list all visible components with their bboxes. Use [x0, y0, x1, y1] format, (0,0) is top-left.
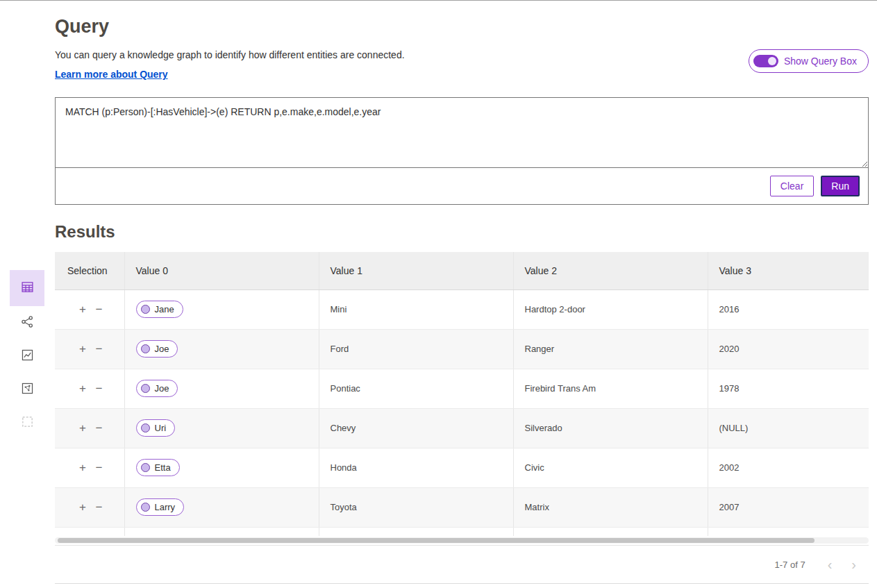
- value1-cell: [319, 527, 513, 536]
- entity-label: Larry: [155, 502, 176, 512]
- value1-cell: Ford: [319, 329, 513, 369]
- add-to-selection-button[interactable]: +: [76, 421, 90, 435]
- entity-label: Uri: [155, 423, 167, 433]
- value2-cell: Matrix: [513, 487, 708, 527]
- column-header-value0: Value 0: [124, 252, 319, 289]
- value3-cell: 2020: [708, 329, 869, 369]
- chart-icon: [21, 348, 34, 364]
- table-header: Selection Value 0 Value 1 Value 2 Value …: [55, 252, 869, 289]
- results-table: Selection Value 0 Value 1 Value 2 Value …: [55, 252, 869, 536]
- chevron-left-icon: ‹: [828, 557, 833, 572]
- table-row: + − Jane Mini Hardtop 2-door 2016: [55, 289, 869, 329]
- entity-pill[interactable]: Larry: [136, 498, 185, 516]
- previous-page-button[interactable]: ‹: [825, 557, 835, 571]
- link-chart-view-button[interactable]: [10, 306, 44, 339]
- show-query-box-toggle[interactable]: Show Query Box: [749, 49, 869, 73]
- entity-node-icon: [141, 344, 150, 353]
- learn-more-link[interactable]: Learn more about Query: [55, 69, 168, 80]
- entity-node-icon: [141, 305, 150, 314]
- intro-text: You can query a knowledge graph to ident…: [55, 48, 405, 81]
- selection-tools-button[interactable]: [10, 406, 44, 439]
- value2-cell: Hardtop 2-door: [513, 289, 708, 329]
- entity-pill[interactable]: Joe: [136, 340, 178, 358]
- remove-from-selection-button[interactable]: −: [92, 381, 106, 396]
- value0-cell: Joe: [124, 329, 319, 369]
- value0-cell: Etta: [124, 448, 319, 487]
- chevron-right-icon: ›: [851, 557, 856, 572]
- selection-cell: + −: [55, 527, 124, 536]
- value3-cell: 1978: [708, 369, 869, 408]
- column-header-value2: Value 2: [513, 252, 708, 289]
- entity-label: Joe: [155, 344, 169, 354]
- value0-cell: Jane: [124, 289, 319, 329]
- selection-rect-icon: [21, 415, 34, 430]
- entity-node-icon: [141, 503, 150, 512]
- value0-cell: Uri: [124, 408, 319, 448]
- toggle-switch-icon: [753, 55, 778, 67]
- run-button[interactable]: Run: [821, 176, 860, 196]
- table-row: + − Uri Chevy Silverado (NULL): [55, 408, 869, 448]
- value2-cell: Civic: [513, 448, 708, 487]
- value2-cell: [513, 527, 708, 536]
- view-toolbar: [10, 270, 44, 439]
- add-to-selection-button[interactable]: +: [76, 302, 90, 317]
- value1-cell: Pontiac: [319, 369, 513, 408]
- page-description: You can query a knowledge graph to ident…: [55, 48, 405, 62]
- entity-label: Jane: [155, 304, 174, 314]
- entity-pill[interactable]: Uri: [136, 419, 176, 437]
- entity-pill[interactable]: Jane: [136, 301, 183, 318]
- results-title: Results: [55, 221, 869, 242]
- page-title: Query: [55, 15, 869, 38]
- add-to-selection-button[interactable]: +: [76, 342, 90, 356]
- horizontal-scrollbar[interactable]: [55, 537, 869, 544]
- pager: ‹ ›: [825, 557, 859, 571]
- table-row: + − Larry Toyota Matrix 2007: [55, 487, 869, 527]
- entity-pill[interactable]: Etta: [136, 459, 180, 476]
- remove-from-selection-button[interactable]: −: [92, 500, 106, 514]
- clear-button[interactable]: Clear: [770, 176, 814, 196]
- next-page-button[interactable]: ›: [849, 557, 859, 571]
- results-panel: Selection Value 0 Value 1 Value 2 Value …: [55, 252, 869, 584]
- results-table-viewport: Selection Value 0 Value 1 Value 2 Value …: [55, 252, 869, 536]
- value3-cell: 2016: [708, 289, 869, 329]
- value0-cell: [124, 527, 319, 536]
- remove-from-selection-button[interactable]: −: [92, 460, 106, 475]
- entity-node-icon: [141, 423, 150, 432]
- remove-from-selection-button[interactable]: −: [92, 421, 106, 435]
- horizontal-scrollbar-thumb[interactable]: [58, 538, 815, 543]
- column-header-value1: Value 1: [319, 252, 513, 289]
- value0-cell: Larry: [124, 487, 319, 527]
- remove-from-selection-button[interactable]: −: [92, 342, 106, 356]
- add-to-selection-button[interactable]: +: [76, 460, 90, 475]
- column-header-value3: Value 3: [708, 252, 869, 289]
- results-tbody: + − Jane Mini Hardtop 2-door 2016 + − Jo…: [55, 289, 869, 536]
- selection-cell: + −: [55, 329, 124, 369]
- chart-view-button[interactable]: [10, 339, 44, 373]
- add-to-selection-button[interactable]: +: [76, 500, 90, 514]
- add-to-selection-button[interactable]: +: [76, 381, 90, 396]
- pagination-label: 1-7 of 7: [775, 560, 805, 570]
- table-view-button[interactable]: [10, 270, 44, 306]
- value1-cell: Chevy: [319, 408, 513, 448]
- map-view-button[interactable]: [10, 373, 44, 406]
- entity-label: Joe: [155, 383, 169, 394]
- value3-cell: 2002: [708, 448, 869, 487]
- toggle-knob: [768, 57, 776, 65]
- value1-cell: Toyota: [319, 487, 513, 527]
- selection-cell: + −: [55, 487, 124, 527]
- entity-node-icon: [141, 463, 150, 472]
- entity-node-icon: [141, 384, 150, 393]
- value2-cell: Silverado: [513, 408, 708, 448]
- value2-cell: Ranger: [513, 329, 708, 369]
- table-row: + − Etta Honda Civic 2002: [55, 448, 869, 487]
- value3-cell: (NULL): [708, 408, 869, 448]
- value1-cell: Mini: [319, 289, 513, 329]
- query-input[interactable]: [56, 98, 868, 168]
- query-box: Clear Run: [55, 97, 869, 205]
- query-page: Query You can query a knowledge graph to…: [0, 1, 877, 584]
- value0-cell: Joe: [124, 369, 319, 408]
- table-row: + − Joe Pontiac Firebird Trans Am 1978: [55, 369, 869, 408]
- remove-from-selection-button[interactable]: −: [92, 302, 106, 317]
- intro-row: You can query a knowledge graph to ident…: [55, 48, 869, 81]
- entity-pill[interactable]: Joe: [136, 380, 178, 397]
